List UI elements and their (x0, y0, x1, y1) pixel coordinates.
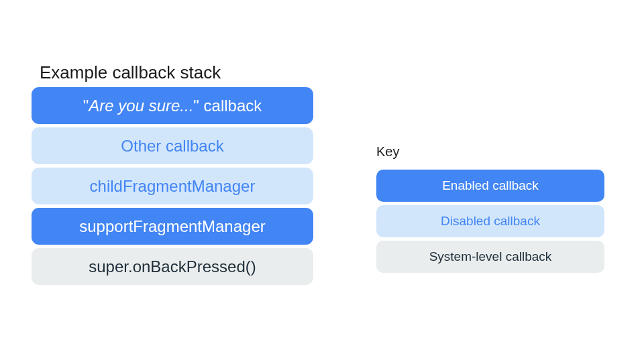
stack-item-label: childFragmentManager (90, 177, 256, 196)
key-item-label: Disabled callback (441, 214, 540, 229)
key-item: Enabled callback (376, 170, 604, 202)
stack-item: childFragmentManager (32, 168, 313, 204)
stack-item-label: super.onBackPressed() (89, 257, 256, 276)
stack-item-label: "Are you sure..." callback (83, 97, 262, 115)
key-item: Disabled callback (376, 205, 604, 237)
stack-item: "Are you sure..." callback (32, 87, 313, 124)
label-prefix: " (83, 97, 89, 115)
key-legend: Enabled callback Disabled callback Syste… (376, 170, 604, 273)
callback-stack: "Are you sure..." callback Other callbac… (32, 87, 313, 285)
stack-item-label: Other callback (121, 137, 223, 156)
stack-title: Example callback stack (40, 62, 221, 83)
label-italic: Are you sure... (89, 97, 193, 115)
stack-item: super.onBackPressed() (32, 248, 313, 285)
stack-item: Other callback (32, 127, 313, 164)
key-item-label: System-level callback (429, 249, 552, 264)
stack-item: supportFragmentManager (32, 208, 313, 245)
key-title: Key (376, 144, 399, 160)
key-item-label: Enabled callback (442, 178, 539, 193)
key-item: System-level callback (376, 241, 604, 273)
label-suffix: " callback (193, 97, 262, 115)
stack-item-label: supportFragmentManager (79, 217, 265, 236)
